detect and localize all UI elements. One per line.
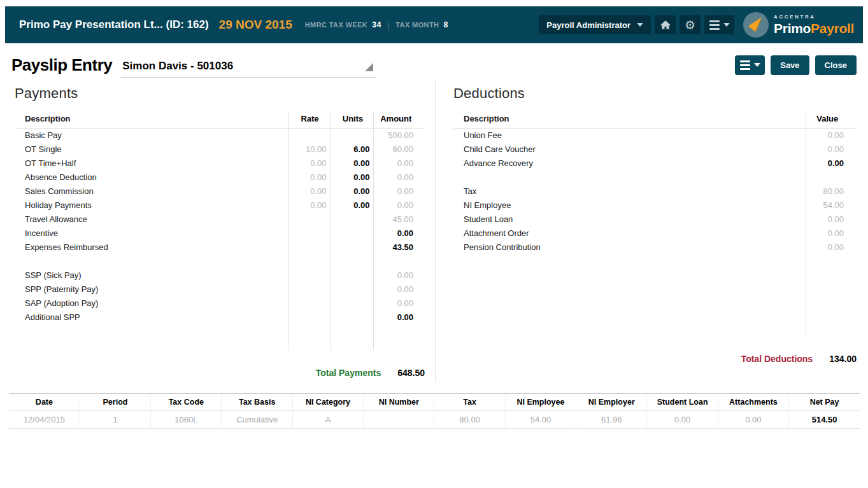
payslip-menu-button[interactable]: [735, 55, 765, 75]
deductions-total-row: Total Deductions 134.00: [453, 354, 857, 364]
total-payments-value: 648.50: [397, 368, 425, 378]
payment-rate-cell: 0.00: [288, 185, 331, 199]
save-button[interactable]: Save: [771, 55, 809, 75]
deduction-row: Student Loan0.00: [453, 213, 857, 227]
payment-units-cell[interactable]: 0.00: [331, 171, 373, 185]
tax-summary-col-header: NI Employee: [505, 394, 576, 411]
payment-rate-cell: [288, 213, 331, 227]
brand-logo: ACCENTRA PrimoPayroll: [743, 12, 854, 38]
empty-cell: [288, 254, 331, 268]
payment-description-cell: Basic Pay: [15, 129, 288, 143]
app-header: Primo Pay Presentation Lt... (ID: 162) 2…: [5, 6, 863, 43]
role-selector-button[interactable]: Payroll Administrator: [539, 15, 651, 34]
empty-cell: [288, 324, 331, 350]
payments-spacer-row: [15, 324, 425, 350]
tax-month-label: TAX MONTH: [395, 21, 439, 29]
payment-amount-cell: 0.00: [373, 171, 425, 185]
deduction-description-cell: Attachment Order: [453, 227, 806, 241]
settings-button[interactable]: ⚙: [679, 15, 701, 34]
header-menu-button[interactable]: [704, 15, 734, 34]
payment-description-cell: OT Time+Half: [15, 157, 288, 171]
payment-units-cell[interactable]: 0.00: [331, 185, 373, 199]
payment-rate-cell: [288, 282, 331, 296]
deductions-col-description: Description: [453, 111, 806, 129]
tax-summary-col-header: Tax Basis: [222, 394, 292, 411]
payment-row: SSP (Sick Pay)0.00: [15, 268, 425, 282]
payment-amount-cell[interactable]: 0.00: [373, 227, 425, 241]
hamburger-icon: [740, 60, 750, 70]
deduction-value-cell: 54.00: [806, 199, 857, 213]
deduction-value-cell: 0.00: [806, 143, 857, 157]
empty-cell: [331, 254, 373, 268]
deduction-description-cell: NI Employee: [453, 199, 806, 213]
page-title: Payslip Entry: [11, 55, 112, 75]
tax-summary-cell: 514.50: [789, 411, 860, 429]
deductions-spacer-row: [453, 254, 857, 336]
home-button[interactable]: [655, 15, 676, 34]
tax-summary-col-header: Tax: [434, 394, 505, 411]
tax-summary-cell: [364, 411, 434, 429]
employee-name: Simon Davis - 501036: [122, 60, 233, 72]
payment-description-cell: Expenses Reimbursed: [15, 241, 288, 254]
empty-cell: [453, 171, 806, 185]
payment-units-cell: [331, 296, 373, 310]
payment-units-cell[interactable]: 0.00: [331, 199, 373, 213]
payment-amount-cell: 60.00: [373, 143, 425, 157]
close-button[interactable]: Close: [815, 55, 857, 75]
payment-units-cell[interactable]: 6.00: [331, 143, 373, 157]
payment-rate-cell: 0.00: [288, 157, 331, 171]
payment-amount-cell: 0.00: [373, 157, 425, 171]
employee-selector[interactable]: Simon Davis - 501036: [121, 60, 376, 78]
tax-summary-cell: A: [292, 411, 363, 429]
payment-amount-cell[interactable]: 43.50: [373, 241, 425, 254]
payment-row: Travel Allowance45.00: [15, 213, 425, 227]
deduction-row: Advance Recovery0.00: [453, 157, 857, 171]
tax-summary-col-header: NI Number: [364, 394, 434, 411]
payment-amount-cell[interactable]: 0.00: [373, 310, 425, 324]
payment-rate-cell: 0.00: [288, 171, 331, 185]
deduction-row: Attachment Order0.00: [453, 227, 857, 241]
deduction-row: Union Fee0.00: [453, 129, 857, 143]
deductions-table-body: Union Fee0.00Child Care Voucher0.00Advan…: [453, 129, 857, 337]
payment-units-cell[interactable]: 0.00: [331, 157, 373, 171]
payment-description-cell: Sales Commission: [15, 185, 288, 199]
payment-description-cell: Holiday Payments: [15, 199, 288, 213]
payment-rate-cell: [288, 241, 331, 254]
payment-description-cell: SPP (Paternity Pay): [15, 282, 288, 296]
payment-description-cell: Additional SPP: [15, 310, 288, 324]
pay-date[interactable]: 29 NOV 2015: [219, 18, 292, 32]
payment-rate-cell: [288, 227, 331, 241]
deductions-col-value: Value: [806, 111, 857, 129]
payment-units-cell: [331, 241, 373, 254]
deduction-row: Pension Contribution0.00: [453, 241, 857, 254]
caret-down-icon: [723, 23, 730, 27]
deduction-row: Child Care Voucher0.00: [453, 143, 857, 157]
deductions-header-row: Description Value: [453, 111, 857, 129]
home-icon: [660, 19, 671, 31]
tax-summary-cell: 1060L: [151, 411, 222, 429]
payment-units-cell: [331, 227, 373, 241]
tax-summary-cell: Cumulative: [222, 411, 292, 429]
deduction-value-cell[interactable]: 0.00: [806, 157, 857, 171]
divider: |: [386, 20, 391, 31]
deduction-description-cell: Student Loan: [453, 213, 806, 227]
payments-table: Description Rate Units Amount Basic Pay5…: [15, 111, 425, 350]
deduction-description-cell: Advance Recovery: [453, 157, 806, 171]
tax-summary-cell: 12/04/2015: [9, 411, 80, 429]
deductions-title: Deductions: [453, 85, 857, 102]
payments-col-description: Description: [15, 111, 288, 129]
tax-summary-header-row: DatePeriodTax CodeTax BasisNI CategoryNI…: [9, 394, 860, 411]
role-selector-label: Payroll Administrator: [546, 20, 630, 30]
empty-cell: [373, 324, 425, 350]
payment-row: Incentive0.00: [15, 227, 425, 241]
deduction-value-cell: 0.00: [806, 129, 857, 143]
payment-row: Sales Commission0.000.000.00: [15, 185, 425, 199]
tax-summary-cell: 61.96: [576, 411, 647, 429]
payment-description-cell: Incentive: [15, 227, 288, 241]
payments-col-units: Units: [331, 111, 373, 129]
tax-summary-col-header: NI Employer: [576, 394, 647, 411]
payment-rate-cell: [288, 129, 331, 143]
deduction-value-cell: 0.00: [806, 213, 857, 227]
payment-rate-cell: [288, 310, 331, 324]
caret-down-icon: [754, 63, 760, 67]
